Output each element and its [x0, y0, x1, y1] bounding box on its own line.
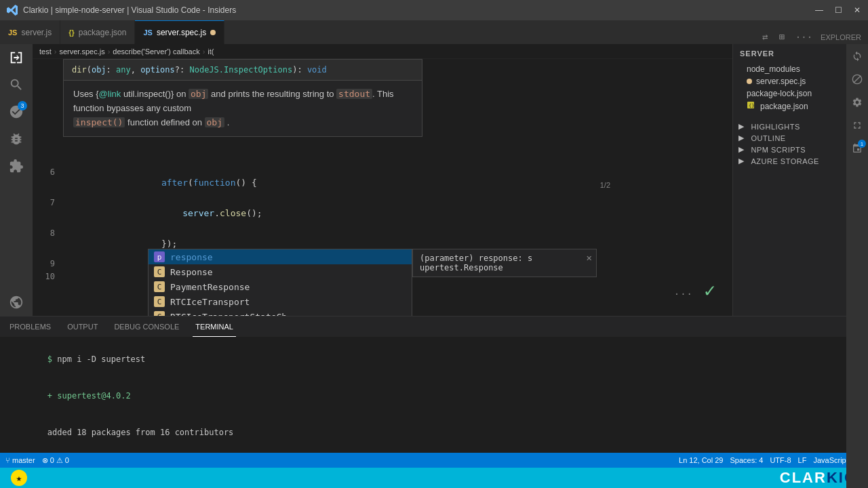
ac-icon-RTCIceTransportStateCh: C	[154, 311, 165, 316]
close-button[interactable]: ✕	[853, 6, 861, 14]
ac-item-Response[interactable]: C Response	[149, 264, 412, 279]
branding-logo: ★	[11, 470, 27, 486]
tab-debug-console[interactable]: DEBUG CONSOLE	[111, 317, 182, 337]
bottom-panel: PROBLEMS OUTPUT DEBUG CONSOLE TERMINAL ·…	[0, 316, 868, 453]
tab-bar: JS server.js {} package.json JS server.s…	[0, 20, 868, 44]
explorer-activity-icon[interactable]	[8, 49, 24, 66]
ac-label-PaymentResponse: PaymentResponse	[170, 282, 250, 292]
cursor-position: Ln 12, Col 29	[679, 456, 723, 464]
git-activity-icon[interactable]: 3	[8, 104, 24, 120]
term-line-supertest: + supertest@4.0.2	[8, 378, 860, 414]
type-tooltip: (parameter) response: s upertest.Respons…	[412, 249, 597, 277]
sync-icon[interactable]	[850, 49, 864, 63]
right-panel: SERVER node_modules server.spec.js U pac…	[732, 44, 868, 316]
ac-label-response: response	[170, 252, 213, 262]
ac-icon-Response: C	[154, 266, 165, 277]
status-encoding[interactable]: UTF-8	[770, 456, 791, 464]
breadcrumb-file: server.spec.js	[59, 47, 104, 56]
activity-bar: 3	[0, 44, 33, 316]
badge-icon[interactable]: 1	[850, 142, 864, 155]
tab-package-json[interactable]: {} package.json	[60, 20, 135, 44]
panel-highlights-label: HIGHLIGHTS	[751, 123, 800, 131]
file-label-package-lock: package-lock.json	[747, 89, 812, 98]
checkmark-icon: ✓	[704, 279, 715, 302]
title-bar: Clarkio | simple-node-server | Visual St…	[0, 0, 868, 20]
file-label-modules: node_modules	[747, 64, 800, 74]
breadcrumb-it: it(	[208, 47, 214, 56]
ac-item-PaymentResponse[interactable]: C PaymentResponse	[149, 279, 412, 294]
svg-line-3	[854, 76, 861, 83]
inline-code-inspect: inspect()	[73, 117, 125, 127]
code-editor[interactable]: dir(obj: any, options?: NodeJS.InspectOp…	[33, 59, 732, 316]
tab-label-server-spec-js: server.spec.js	[157, 28, 206, 37]
title-bar-controls: — ☐ ✕	[815, 6, 861, 14]
encoding-label: UTF-8	[770, 456, 791, 464]
page-layout: Clarkio | simple-node-server | Visual St…	[0, 0, 868, 488]
errors-count: 0	[50, 456, 54, 464]
vscode-icon	[7, 5, 18, 16]
ac-item-RTCIceTransportStateCh[interactable]: C RTCIceTransportStateCh…	[149, 309, 412, 316]
terminal-content[interactable]: $ npm i -D supertest + supertest@4.0.2 a…	[0, 337, 868, 453]
status-line-ending[interactable]: LF	[798, 456, 807, 464]
search-activity-icon[interactable]	[8, 77, 24, 93]
status-left: ⑂ master ⊗ 0 ⚠ 0	[5, 456, 69, 465]
breadcrumb-describe: describe('Server') callback	[113, 47, 199, 56]
type-tooltip-close[interactable]: ✕	[587, 252, 592, 263]
ac-item-RTCIceTransport[interactable]: C RTCIceTransport	[149, 294, 412, 309]
branding-left: ★	[11, 470, 27, 486]
autocomplete-dropdown[interactable]: p response C Response C PaymentResponse …	[148, 249, 412, 316]
branding-bar: ★ CLARKIO	[0, 468, 868, 488]
language-label: JavaScript	[813, 456, 848, 464]
modified-dot	[210, 30, 216, 35]
settings-icon[interactable]	[850, 96, 864, 109]
spec-icon: JS	[143, 28, 152, 37]
extensions-activity-icon[interactable]	[8, 158, 24, 174]
minimize-button[interactable]: —	[815, 6, 823, 14]
status-position[interactable]: Ln 12, Col 29	[679, 456, 723, 464]
middle-area: 3 test › server.spec.js › describe('Serv…	[0, 44, 868, 316]
status-git[interactable]: ⑂ master	[5, 456, 35, 464]
code-line-7: 7 server.close();	[33, 198, 732, 228]
overflow-dots[interactable]: ···	[674, 289, 693, 300]
breadcrumb-test: test	[39, 47, 52, 56]
tab-label-server-js: server.js	[21, 28, 52, 37]
ac-icon-response: p	[154, 251, 165, 262]
panel-npm-scripts-label: NPM SCRIPTS	[751, 146, 806, 154]
svg-text:{}: {}	[749, 103, 754, 108]
tab-server-spec-js[interactable]: JS server.spec.js	[135, 20, 224, 44]
status-language[interactable]: JavaScript	[813, 456, 848, 464]
ac-label-RTCIceTransport: RTCIceTransport	[170, 297, 250, 307]
status-spaces[interactable]: Spaces: 4	[730, 456, 763, 464]
inline-code-stdout: stdout	[336, 89, 372, 99]
spec-file-dot	[747, 79, 752, 84]
file-label-spec: server.spec.js	[756, 77, 806, 86]
status-errors[interactable]: ⊗ 0 ⚠ 0	[42, 456, 69, 465]
scroll-position: 1/2	[600, 181, 610, 189]
tab-output[interactable]: OUTPUT	[64, 317, 100, 337]
line-ending-label: LF	[798, 456, 807, 464]
type-tooltip-text-line1: (parameter) response: s	[420, 253, 532, 263]
file-label-package-json: package.json	[760, 102, 808, 111]
expand-icon[interactable]	[850, 119, 864, 132]
package-json-icon: {}	[747, 101, 755, 111]
remote-activity-icon[interactable]	[8, 294, 24, 310]
tab-problems[interactable]: PROBLEMS	[7, 317, 54, 337]
title-bar-left: Clarkio | simple-node-server | Visual St…	[7, 5, 236, 16]
ac-icon-RTCIceTransport: C	[154, 296, 165, 307]
js-icon: JS	[8, 28, 17, 37]
more-actions-icon[interactable]: ···	[793, 30, 815, 44]
bottom-tabs: PROBLEMS OUTPUT DEBUG CONSOLE TERMINAL ·…	[0, 317, 868, 337]
ac-icon-PaymentResponse: C	[154, 281, 165, 292]
tab-label-package-json: package.json	[79, 28, 127, 37]
tab-terminal[interactable]: TERMINAL	[193, 317, 236, 337]
explorer-label[interactable]: EXPLORER	[821, 33, 861, 41]
breadcrumb: test › server.spec.js › describe('Server…	[33, 44, 732, 59]
remote-icon[interactable]: ⇄	[760, 30, 770, 44]
tab-server-js[interactable]: JS server.js	[0, 20, 60, 44]
maximize-button[interactable]: ☐	[834, 6, 842, 14]
ac-item-response[interactable]: p response	[149, 249, 412, 264]
slash-icon[interactable]	[850, 73, 864, 86]
status-bar: ⑂ master ⊗ 0 ⚠ 0 Ln 12, Col 29 Spaces: 4…	[0, 453, 868, 468]
split-editor-icon[interactable]: ⊞	[776, 30, 787, 44]
debug-activity-icon[interactable]	[8, 131, 24, 147]
